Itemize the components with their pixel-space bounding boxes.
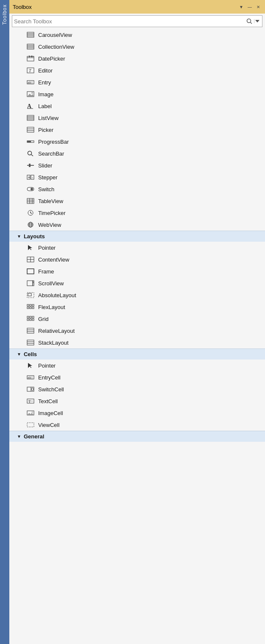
svg-rect-72 (32, 307, 34, 309)
grid-label: Grid (38, 316, 49, 322)
picker-icon (26, 125, 35, 134)
list-item[interactable]: TableView (9, 195, 265, 207)
editor-icon: T (26, 66, 35, 75)
list-item[interactable]: ab| Entry (9, 76, 265, 88)
list-item[interactable]: Pointer (9, 242, 265, 254)
relativelayout-label: RelativeLayout (38, 328, 75, 334)
svg-marker-21 (27, 94, 34, 97)
list-item[interactable]: ProgressBar (9, 136, 265, 148)
list-item[interactable]: RelativeLayout (9, 325, 265, 337)
collectionview-icon (26, 42, 35, 51)
list-item[interactable]: AbsoluteLayout (9, 289, 265, 301)
listview-icon (26, 114, 35, 122)
switch-label: Switch (38, 186, 54, 192)
list-item[interactable]: ImageCell (9, 407, 265, 419)
cells-header-label: Cells (24, 351, 37, 357)
svg-rect-68 (30, 304, 31, 306)
carouselview-icon (26, 31, 35, 39)
svg-marker-57 (28, 245, 32, 250)
layouts-section: Pointer ContentView (9, 242, 265, 348)
list-item[interactable]: ScrollView (9, 277, 265, 289)
list-item[interactable]: Pointer (9, 360, 265, 371)
pin-icon[interactable]: ― (246, 3, 253, 10)
progressbar-label: ProgressBar (38, 139, 69, 145)
list-item[interactable]: Grid (9, 313, 265, 325)
collectionview-label: CollectionView (38, 44, 74, 50)
label-label: Label (38, 103, 52, 109)
svg-rect-11 (27, 56, 34, 61)
svg-line-35 (31, 155, 33, 156)
svg-rect-61 (27, 269, 34, 274)
tableview-icon (26, 197, 35, 205)
svg-line-51 (31, 213, 32, 214)
scrollview-label: ScrollView (38, 280, 64, 287)
general-section-header[interactable]: ▼ General (9, 431, 265, 442)
search-icon-button[interactable] (245, 17, 253, 25)
list-item[interactable]: CollectionView (9, 41, 265, 53)
close-icon[interactable]: ✕ (255, 3, 262, 10)
list-item[interactable]: Switch (9, 183, 265, 195)
list-item[interactable]: CarouselView (9, 29, 265, 41)
list-item[interactable]: SearchBar (9, 148, 265, 159)
svg-rect-66 (28, 293, 31, 296)
list-item[interactable]: Image (9, 88, 265, 100)
list-item[interactable]: Slider (9, 159, 265, 171)
switchcell-icon (26, 385, 35, 393)
general-collapse-arrow: ▼ (17, 434, 21, 439)
svg-rect-76 (27, 319, 29, 321)
svg-rect-75 (32, 316, 34, 318)
list-item[interactable]: TimePicker (9, 207, 265, 219)
layouts-header-label: Layouts (24, 233, 45, 240)
cells-section-header[interactable]: ▼ Cells (9, 348, 265, 360)
layouts-section-header[interactable]: ▼ Layouts (9, 231, 265, 242)
datepicker-label: DatePicker (38, 56, 65, 62)
list-item[interactable]: T Editor (9, 64, 265, 76)
search-bar (12, 15, 262, 27)
viewcell-icon (26, 421, 35, 429)
svg-point-0 (247, 19, 251, 23)
progressbar-icon (26, 137, 35, 146)
viewcell-label: ViewCell (38, 422, 59, 428)
timepicker-label: TimePicker (38, 210, 66, 216)
list-item[interactable]: ab| EntryCell (9, 371, 265, 383)
title-bar-left: Toolbox (13, 4, 32, 10)
list-item[interactable]: SwitchCell (9, 383, 265, 395)
list-item[interactable]: FlexLayout (9, 301, 265, 313)
dropdown-icon[interactable]: ▼ (238, 3, 245, 10)
svg-point-22 (31, 92, 33, 94)
list-item[interactable]: T TextCell (9, 395, 265, 407)
switchcell-label: SwitchCell (38, 386, 64, 393)
controls-section: CarouselView CollectionView (9, 29, 265, 231)
list-item[interactable]: ContentView (9, 254, 265, 265)
svg-marker-85 (28, 363, 32, 368)
svg-text:ab|: ab| (28, 376, 33, 379)
svg-text:-: - (32, 175, 33, 180)
svg-rect-64 (33, 282, 34, 283)
vertical-toolbox-tab[interactable]: Toolbox (0, 0, 9, 644)
search-dropdown-icon (255, 20, 259, 22)
list-item[interactable]: WebView (9, 219, 265, 231)
vertical-tab-label: Toolbox (2, 4, 8, 25)
cells-section: Pointer ab| EntryCell (9, 360, 265, 431)
webview-icon (26, 220, 35, 229)
search-dropdown-button[interactable] (254, 19, 260, 23)
list-item[interactable]: StackLayout (9, 337, 265, 348)
list-item[interactable]: DatePicker (9, 53, 265, 64)
list-item[interactable]: Picker (9, 124, 265, 136)
frame-icon (26, 267, 35, 276)
svg-marker-2 (255, 20, 259, 22)
svg-rect-90 (31, 388, 33, 390)
frame-label: Frame (38, 268, 54, 275)
svg-rect-29 (27, 127, 34, 132)
list-item[interactable]: Frame (9, 265, 265, 277)
list-item[interactable]: ListView (9, 112, 265, 124)
flexlayout-icon (26, 303, 35, 311)
svg-point-43 (31, 188, 33, 190)
tableview-label: TableView (38, 198, 63, 204)
list-item[interactable]: + - Stepper (9, 171, 265, 183)
stacklayout-label: StackLayout (38, 340, 69, 346)
layouts-pointer-label: Pointer (38, 245, 56, 251)
list-item[interactable]: A Label (9, 100, 265, 112)
search-input[interactable] (14, 18, 245, 25)
list-item[interactable]: ViewCell (9, 419, 265, 431)
